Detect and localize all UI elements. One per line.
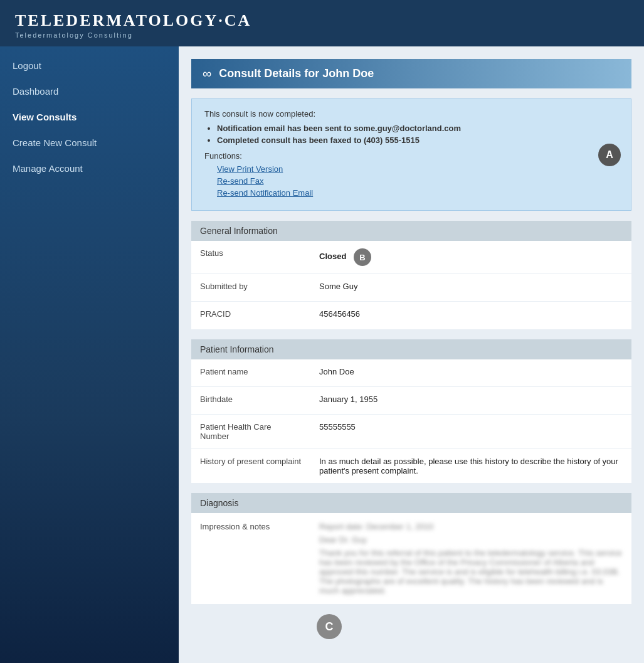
health-care-number-value: 55555555 [310,415,631,448]
diagnosis-table: Impression & notes Report date: December… [191,513,631,604]
impression-row: Impression & notes Report date: December… [191,513,631,604]
sidebar-item-view-consults[interactable]: View Consults [0,104,179,130]
general-info-header: General Information [191,221,631,241]
infinity-icon: ∞ [203,66,211,81]
birthdate-label: Birthdate [191,387,310,414]
health-care-number-row: Patient Health Care Number 55555555 [191,415,631,449]
notification-bullets: Notification email has been sent to some… [217,124,618,145]
birthdate-row: Birthdate January 1, 1955 [191,387,631,415]
page-title: Consult Details for John Doe [219,67,374,80]
status-value: Closed B [310,241,631,273]
notification-bullet-1: Notification email has been sent to some… [217,124,618,133]
patient-info-header: Patient Information [191,339,631,359]
diagnosis-header: Diagnosis [191,493,631,513]
site-header: TELEDERMATOLOGY·CA Teledermatology Consu… [0,0,644,46]
badge-b: B [354,248,371,266]
patient-name-label: Patient name [191,359,310,386]
history-label: History of present complaint [191,449,310,483]
status-label: Status [191,241,310,273]
impression-line-2: Dear Dr. Guy [319,535,623,544]
main-content: ∞ Consult Details for John Doe This cons… [179,46,644,663]
badge-c: C [317,614,342,639]
impression-line-3: Thank you for this referral of this pati… [319,548,623,595]
notification-box: This consult is now completed: Notificat… [191,98,631,211]
pracid-value: 456456456 [310,302,631,329]
badge-a: A [598,144,621,166]
general-info-table: Status Closed B Submitted by Some Guy PR… [191,241,631,329]
birthdate-value: January 1, 1955 [310,387,631,414]
impression-value: Report date: December 1, 2010 Dear Dr. G… [310,513,631,604]
submitted-by-label: Submitted by [191,274,310,301]
impression-line-1: Report date: December 1, 2010 [319,522,623,531]
patient-info-table: Patient name John Doe Birthdate January … [191,359,631,483]
resend-fax-link[interactable]: Re-send Fax [217,176,618,186]
submitted-by-value: Some Guy [310,274,631,301]
impression-label: Impression & notes [191,513,310,539]
page-header-bar: ∞ Consult Details for John Doe [191,59,631,88]
function-links: View Print Version Re-send Fax Re-send N… [217,164,618,198]
resend-notification-email-link[interactable]: Re-send Notification Email [217,188,618,198]
functions-label: Functions: [204,151,618,161]
history-value: In as much detail as possible, please us… [310,449,631,483]
sidebar: Logout Dashboard View Consults Create Ne… [0,46,179,663]
history-row: History of present complaint In as much … [191,449,631,483]
status-row: Status Closed B [191,241,631,274]
main-layout: Logout Dashboard View Consults Create Ne… [0,46,644,663]
patient-name-row: Patient name John Doe [191,359,631,387]
submitted-by-row: Submitted by Some Guy [191,274,631,302]
pracid-row: PRACID 456456456 [191,302,631,329]
pracid-label: PRACID [191,302,310,329]
patient-name-value: John Doe [310,359,631,386]
site-subtitle: Teledermatology Consulting [15,31,629,39]
sidebar-item-dashboard[interactable]: Dashboard [0,78,179,104]
sidebar-item-logout[interactable]: Logout [0,53,179,78]
sidebar-item-manage-account[interactable]: Manage Account [0,156,179,181]
notification-title: This consult is now completed: [204,109,618,119]
notification-bullet-2: Completed consult has been faxed to (403… [217,135,618,145]
site-title: TELEDERMATOLOGY·CA [15,11,629,30]
view-print-version-link[interactable]: View Print Version [217,164,618,174]
sidebar-item-create-new-consult[interactable]: Create New Consult [0,130,179,156]
health-care-number-label: Patient Health Care Number [191,415,310,448]
